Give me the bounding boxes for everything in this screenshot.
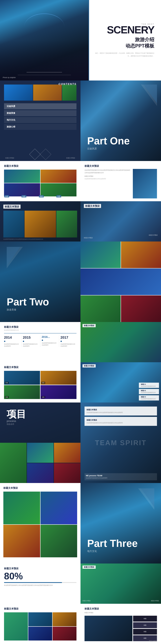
dot-2015 xyxy=(23,341,24,342)
menu-item-1: 沿途风景 xyxy=(4,103,76,109)
s3-label-2: 标题 xyxy=(22,195,26,198)
s4-p2 xyxy=(24,211,56,238)
s7-grid: 标题 标题 标题 标题 xyxy=(4,371,76,399)
pp-1 xyxy=(27,443,54,463)
s11-p4 xyxy=(28,627,52,641)
contents-label: CONTENTS xyxy=(58,82,76,86)
contents-images xyxy=(4,84,76,100)
menu-item-2: 旅途美食 xyxy=(4,110,76,116)
contents-sub-2: 标题文本预设 xyxy=(66,157,75,159)
s7-p1-label: 标题 xyxy=(5,382,9,384)
slide-3: 标题文本预设 标题 标题 标题 标题 标题文本预设 在这里填写您的相关文本在这里… xyxy=(0,161,161,201)
slide-project: 项目 process 综合合作 TEAM SPIRIT xyxy=(0,402,161,483)
s7r-item-2: 标题 02 在这里填写您的相关文本 xyxy=(139,389,159,394)
s11r-side: 标题 标题 标题 标题 xyxy=(133,616,157,641)
team-box-1-title: 标题文本预设 xyxy=(86,408,155,411)
s9-title: 标题文本预设 xyxy=(3,486,77,490)
team-spirit-label: TEAM SPIRIT xyxy=(95,439,146,447)
s6-left: 标题文本预设 在这里填写您的相关文本 2014 在这里填写您的相关文本在这里填写… xyxy=(0,322,80,362)
s10-track xyxy=(4,582,76,583)
me-label: ME process TEAM xyxy=(86,474,156,477)
s7-title: 标题文本预设 xyxy=(4,366,76,369)
part-three-panel: Part Three 地方文化 xyxy=(80,483,161,564)
s7r-item-3-text: 在这里填写您的相关文本 xyxy=(141,398,157,400)
s7-left: 标题文本预设 标题 标题 标题 标题 xyxy=(0,362,80,402)
team-box-1: 标题文本预设 在这里填写您的相关文本在这里填写您的相关文本在这里填写 xyxy=(84,406,157,416)
diamond-decorations xyxy=(31,150,50,158)
pp-5 xyxy=(54,463,80,483)
cover-desc: 旅行，我需为了是旅游最美的风景，行走全国，相拥生活美。帮助自己可以留下最美丽的记… xyxy=(95,52,154,58)
slide-cover: Photo by dolphin THE BEST SCENERY 旅游介绍 动… xyxy=(0,0,161,80)
s6-image: 标题文本预设 xyxy=(80,322,161,362)
s3r-image xyxy=(133,169,157,198)
s3r-desc: 在这里填写您的相关文本在这里填写您的相关文本在这里填写您的相关文本在这里填写您的… xyxy=(84,169,132,174)
pp-4 xyxy=(27,463,54,483)
team-label: 综合合作 xyxy=(7,423,26,426)
presentation-container: Photo by dolphin THE BEST SCENERY 旅游介绍 动… xyxy=(0,0,161,644)
text-2015: 在这里填写您的相关文本在这里填写 xyxy=(23,343,39,347)
project-text: 项目 process 综合合作 xyxy=(7,409,26,426)
s9-grid xyxy=(3,492,77,557)
slide3-right: 标题文本预设 在这里填写您的相关文本在这里填写您的相关文本在这里填写您的相关文本… xyxy=(80,161,161,201)
year-2017: 2017 xyxy=(60,336,76,340)
contents-panel: CONTENTS 沿途风景 旅途美食 地方文化 旅游心得 标题文本预设 标题文本… xyxy=(0,80,80,161)
s6-img-label: 标题文本预设 xyxy=(82,324,96,327)
s11-p3 xyxy=(4,612,28,640)
s7-right: 标题文本预设 标题 01 在这里填写您的相关文本 标题 02 在这里填写您的相关… xyxy=(80,362,161,402)
s7-p3: 标题 xyxy=(4,385,40,399)
process-label: process xyxy=(7,420,26,422)
slide-contents: CONTENTS 沿途风景 旅途美食 地方文化 旅游心得 标题文本预设 标题文本… xyxy=(0,80,161,161)
me-process-team: ME process TEAM 在这里填写您的相关文本在这里填写 xyxy=(84,473,157,480)
s3-label-4: 标题 xyxy=(56,195,61,198)
s3-photo-3 xyxy=(4,183,40,196)
slide-part-three-area: 标题文本预设 Part Three 地方文化 xyxy=(0,483,161,564)
s7r-item-2-label: 标题 02 xyxy=(141,390,157,392)
s11r-main-img xyxy=(84,616,132,641)
pt-p3 xyxy=(80,268,161,295)
text-2016: 在这里填写您的相关文本在这里填写 xyxy=(42,342,58,346)
team-box-2-text: 在这里填写您的相关文本在这里填写您的相关文本在这里填写 xyxy=(86,422,155,424)
s3-photo-4 xyxy=(40,183,76,196)
contents-menu: 沿途风景 旅途美食 地方文化 旅游心得 xyxy=(4,103,76,130)
project-panel: 项目 process 综合合作 xyxy=(0,402,80,483)
s3-photo-2 xyxy=(40,170,76,183)
s7r-item-1-text: 在这里填写您的相关文本 xyxy=(141,385,157,387)
timeline-2014: 2014 在这里填写您的相关文本在这里填写 xyxy=(4,336,22,347)
s4r-title: 标题文本预设 xyxy=(84,204,101,208)
s10-percent: 80% xyxy=(4,572,76,581)
timeline-2017: 2017 在这里填写您的相关文本在这里填写 xyxy=(59,336,76,347)
pt-p2 xyxy=(121,242,161,268)
s7-p2: 标题 xyxy=(40,371,76,385)
s11r-s2: 标题 xyxy=(133,622,157,628)
s3r-bottom: 标题文本预设 xyxy=(149,640,157,642)
s4-p3 xyxy=(56,211,77,238)
slide-part-two: Part Two 旅途美食 xyxy=(0,242,161,322)
s3-photo-1 xyxy=(4,170,40,183)
pp-2 xyxy=(0,443,26,483)
s3-label-3: 标题 xyxy=(39,195,44,198)
s11-left: 标题文本预设 xyxy=(0,604,80,644)
team-spirit-panel: TEAM SPIRIT 标题文本预设 在这里填写您的相关文本在这里填写您的相关文… xyxy=(80,402,161,483)
s9-p2 xyxy=(40,492,77,524)
part-one-title: Part One xyxy=(87,136,130,146)
slide-4: 标题文本预设 在这里填写您的相关文本在这里填写您的相关文本在这里填写您的相关文本… xyxy=(0,201,161,242)
s10-title: 标题文本预设 xyxy=(4,567,76,570)
team-spirit-text: TEAM SPIRIT xyxy=(95,439,146,447)
text-2017: 在这里填写您的相关文本在这里填写 xyxy=(60,343,76,347)
s10r-label: 标题文本预设 xyxy=(82,566,96,569)
s3r-title: 标题文本预设 xyxy=(84,164,157,168)
s4-credit: 在这里填写您的相关文本在这里填写您的相关文本在这里填写您的相关文本 xyxy=(3,238,43,240)
cover-title-zh-2: 动态PPT模板 xyxy=(95,43,154,49)
s7r-item-3: 标题 03 在这里填写您的相关文本 xyxy=(139,395,159,400)
s11r-s3: 标题 xyxy=(133,629,157,635)
s4r-sub: 标题文本预设 xyxy=(84,237,93,239)
timeline-2016: 2016... 在这里填写您的相关文本在这里填写 xyxy=(40,336,59,347)
pt-p1 xyxy=(80,242,120,268)
s3-label-1: 标题 xyxy=(4,195,9,198)
photo-credit-1: Photo by dolphin xyxy=(3,76,16,78)
part-two-text: Part Two 旅途美食 xyxy=(7,297,49,311)
s7r-item-1: 标题 01 在这里填写您的相关文本 xyxy=(139,383,159,388)
s10-left: 标题文本预设 80% 在这里填写您的相关文本在这里填写您的相关文本在这里填写您的… xyxy=(0,564,80,604)
s9-p3 xyxy=(3,525,40,558)
s10r-sub: 标题文本预设 xyxy=(82,600,90,602)
